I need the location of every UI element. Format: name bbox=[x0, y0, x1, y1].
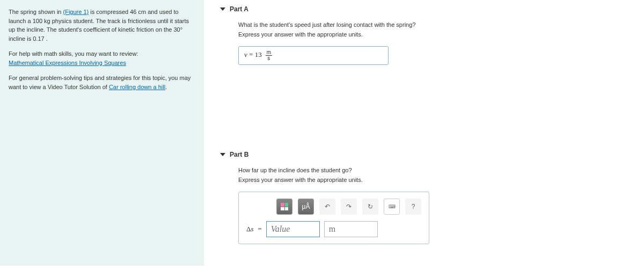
part-a-question: What is the student's speed just after l… bbox=[238, 21, 633, 28]
input-toolbar: μÅ ↶ ↷ ↻ ⌨ ? bbox=[246, 199, 421, 215]
answer-variable: Δs bbox=[246, 225, 253, 233]
answer-input-row: Δs = bbox=[246, 221, 421, 237]
unit-denominator: s bbox=[266, 56, 272, 61]
part-a-instruction: Express your answer with the appropriate… bbox=[238, 31, 633, 38]
part-a-answer-box[interactable]: v = 13 m s bbox=[238, 46, 389, 65]
problem-text: The spring shown in (Figure 1) is compre… bbox=[9, 8, 195, 43]
part-a-title: Part A bbox=[230, 5, 248, 13]
problem-sidebar: The spring shown in (Figure 1) is compre… bbox=[0, 0, 204, 266]
symbols-button[interactable]: μÅ bbox=[298, 199, 314, 215]
part-a: Part A What is the student's speed just … bbox=[220, 5, 633, 65]
tips-suffix: . bbox=[165, 84, 167, 90]
part-b-instruction: Express your answer with the appropriate… bbox=[238, 177, 633, 183]
collapse-icon[interactable] bbox=[220, 153, 225, 156]
redo-button[interactable]: ↷ bbox=[341, 199, 357, 215]
value-input[interactable] bbox=[266, 221, 320, 237]
help-section: For help with math skills, you may want … bbox=[9, 49, 195, 67]
video-tutor-link[interactable]: Car rolling down a hill bbox=[109, 84, 165, 90]
help-button[interactable]: ? bbox=[405, 199, 421, 215]
templates-icon bbox=[281, 203, 288, 210]
undo-button[interactable]: ↶ bbox=[319, 199, 335, 215]
reset-button[interactable]: ↻ bbox=[362, 199, 378, 215]
unit-input[interactable] bbox=[324, 221, 378, 237]
answer-unit: m s bbox=[266, 50, 272, 61]
intro-text: The spring shown in bbox=[9, 9, 63, 15]
math-help-link[interactable]: Mathematical Expressions Involving Squar… bbox=[9, 60, 126, 66]
templates-button[interactable] bbox=[276, 199, 292, 215]
collapse-icon[interactable] bbox=[220, 8, 225, 11]
equals-sign: = bbox=[247, 50, 255, 58]
answer-value: 13 bbox=[255, 50, 262, 58]
equals-sign: = bbox=[258, 225, 261, 233]
keyboard-button[interactable]: ⌨ bbox=[384, 199, 400, 215]
part-b-question: How far up the incline does the student … bbox=[238, 167, 633, 173]
part-b-answer-area: μÅ ↶ ↷ ↻ ⌨ ? Δs = bbox=[238, 192, 429, 244]
tips-section: For general problem-solving tips and str… bbox=[9, 74, 195, 91]
main-content: Part A What is the student's speed just … bbox=[220, 0, 644, 266]
figure-link[interactable]: (Figure 1) bbox=[63, 9, 89, 15]
part-b: Part B How far up the incline does the s… bbox=[220, 151, 633, 244]
help-intro: For help with math skills, you may want … bbox=[9, 50, 138, 57]
part-b-title: Part B bbox=[230, 151, 248, 158]
